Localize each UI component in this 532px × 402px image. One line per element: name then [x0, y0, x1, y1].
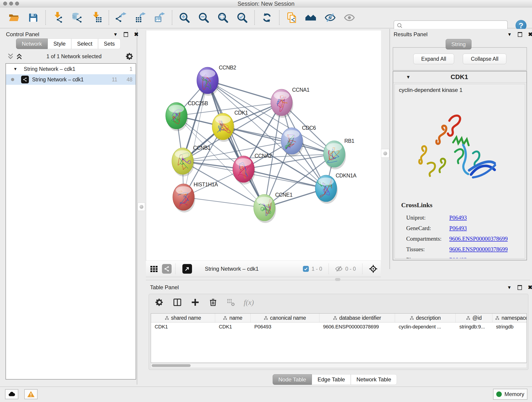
- export-network-button[interactable]: [115, 12, 127, 24]
- panel-close-icon[interactable]: ✖: [528, 285, 532, 290]
- crosslink-link[interactable]: P06493: [449, 257, 467, 259]
- table-row[interactable]: CDK1CDK1P064939606.ENSP00000378699cyclin…: [151, 322, 526, 331]
- network-edge[interactable]: [244, 169, 326, 188]
- table-cell[interactable]: 9606.ENSP00000378699: [319, 322, 395, 331]
- node-label-CDC25B: CDC25B: [188, 100, 208, 106]
- crosslink-link[interactable]: P06493: [449, 225, 467, 231]
- network-row[interactable]: String Network – cdk1 11 48: [6, 74, 136, 85]
- crosslink-link[interactable]: 9606.ENSP00000378699: [449, 236, 508, 242]
- table-cell[interactable]: CDK1: [215, 322, 251, 331]
- network-node-CCNB1[interactable]: [172, 148, 194, 177]
- show-all-button[interactable]: [343, 12, 355, 24]
- right-splitter-grip[interactable]: [381, 149, 389, 158]
- import-network-from-database-button[interactable]: [71, 12, 83, 24]
- expand-all-icon[interactable]: [16, 53, 22, 60]
- collection-expand-icon[interactable]: ▼: [13, 67, 17, 71]
- network-node-HIST1H1A[interactable]: [173, 184, 195, 212]
- network-node-CDK1[interactable]: [212, 113, 234, 142]
- import-network-from-file-button[interactable]: [52, 12, 64, 24]
- tab-style[interactable]: Style: [48, 38, 71, 49]
- network-node-CCNB2[interactable]: [197, 67, 219, 96]
- column-header-description[interactable]: description: [395, 313, 456, 322]
- delete-column-icon[interactable]: [208, 297, 218, 307]
- panel-close-icon[interactable]: ✖: [528, 32, 532, 37]
- memory-button[interactable]: Memory: [493, 389, 527, 400]
- collapse-all-icon[interactable]: [7, 53, 14, 60]
- open-session-button[interactable]: [8, 12, 20, 24]
- birdseye-grid-icon[interactable]: [149, 264, 159, 274]
- zoom-fit-content-button[interactable]: [217, 12, 229, 24]
- hide-selected-button[interactable]: [324, 12, 336, 24]
- save-session-button[interactable]: [27, 12, 39, 24]
- panel-float-icon[interactable]: [518, 285, 522, 290]
- panel-float-icon[interactable]: [124, 32, 128, 37]
- first-neighbors-button[interactable]: [305, 12, 317, 24]
- panel-close-icon[interactable]: ✖: [134, 32, 139, 37]
- node-table[interactable]: shared namenamecanonical namedatabase id…: [151, 313, 527, 363]
- tab-sets[interactable]: Sets: [98, 38, 120, 49]
- table-cell[interactable]: stringdb:9...: [456, 322, 492, 331]
- network-edge[interactable]: [184, 197, 264, 208]
- add-column-icon[interactable]: [190, 297, 200, 307]
- table-cell[interactable]: P06493: [251, 322, 319, 331]
- apply-preferred-layout-button[interactable]: [261, 12, 273, 24]
- zoom-out-button[interactable]: [197, 12, 210, 24]
- scrollbar-thumb[interactable]: [152, 364, 191, 367]
- left-splitter-grip[interactable]: [138, 203, 145, 211]
- panel-menu-icon[interactable]: ▼: [507, 32, 512, 37]
- network-node-CDKN1A[interactable]: [315, 175, 338, 204]
- tab-select[interactable]: Select: [71, 38, 98, 49]
- network-edge[interactable]: [223, 127, 334, 154]
- import-table-from-file-button[interactable]: [90, 12, 103, 24]
- network-node-CCNA2[interactable]: [233, 156, 255, 185]
- cloud-button[interactable]: [5, 389, 18, 399]
- tab-edge-table[interactable]: Edge Table: [312, 374, 351, 385]
- column-settings-gear-icon[interactable]: [154, 297, 165, 307]
- split-panel-icon[interactable]: [172, 297, 182, 307]
- export-table-button[interactable]: [134, 12, 147, 24]
- tab-network[interactable]: Network: [16, 38, 48, 49]
- network-node-CCNA1[interactable]: [271, 89, 293, 118]
- panel-menu-icon[interactable]: ▼: [113, 32, 118, 37]
- network-canvas[interactable]: CCNB2CCNA1CDC25BCDK1CDC6RB1CCNB1CCNA2CDK…: [146, 31, 381, 261]
- column-header-name[interactable]: name: [215, 313, 251, 322]
- network-edge[interactable]: [208, 80, 264, 208]
- selected-checkbox-icon[interactable]: [303, 266, 309, 272]
- network-node-CCNE1[interactable]: [254, 194, 276, 223]
- column-header--id[interactable]: @id: [456, 313, 492, 322]
- panel-float-icon[interactable]: [518, 32, 522, 37]
- network-node-RB1[interactable]: [323, 141, 346, 169]
- crosslink-link[interactable]: P06493: [449, 215, 467, 221]
- new-network-from-selection-button[interactable]: [285, 12, 298, 24]
- crosslink-link[interactable]: 9606.ENSP00000378699: [449, 246, 508, 253]
- expand-all-button[interactable]: Expand All: [413, 54, 454, 64]
- table-cell[interactable]: cyclin-dependent ...: [395, 322, 456, 331]
- search-input[interactable]: [403, 22, 507, 29]
- column-header-shared-name[interactable]: shared name: [151, 313, 215, 322]
- node-result-header[interactable]: ▼ CDK1: [393, 71, 526, 83]
- zoom-selected-button[interactable]: [236, 12, 248, 24]
- network-edge[interactable]: [184, 80, 208, 197]
- horizontal-splitter-grip[interactable]: [335, 278, 341, 281]
- share-view-icon[interactable]: [162, 264, 172, 274]
- column-header-canonical-name[interactable]: canonical name: [251, 313, 319, 322]
- table-cell[interactable]: stringdb: [492, 322, 527, 331]
- network-options-gear-icon[interactable]: [126, 52, 134, 61]
- table-horizontal-scrollbar[interactable]: [151, 363, 527, 368]
- column-header-database-identifier[interactable]: database identifier: [319, 313, 395, 322]
- table-cell[interactable]: CDK1: [151, 322, 215, 331]
- export-image-button[interactable]: [153, 12, 166, 24]
- collapse-all-button[interactable]: Collapse All: [463, 54, 506, 64]
- column-header-namespace[interactable]: namespace: [492, 313, 527, 322]
- network-node-CDC6[interactable]: [281, 128, 304, 156]
- zoom-in-button[interactable]: [178, 12, 191, 24]
- open-in-window-icon[interactable]: [182, 264, 192, 274]
- tab-network-table[interactable]: Network Table: [351, 374, 397, 385]
- tab-node-table[interactable]: Node Table: [273, 374, 312, 385]
- network-collection-row[interactable]: ▼ String Network – cdk1 1: [6, 64, 136, 74]
- warnings-button[interactable]: [24, 389, 38, 399]
- collapse-entry-icon[interactable]: ▼: [406, 75, 411, 80]
- crosshair-icon[interactable]: [369, 264, 378, 273]
- tab-string[interactable]: String: [446, 39, 472, 50]
- panel-menu-icon[interactable]: ▼: [507, 285, 512, 290]
